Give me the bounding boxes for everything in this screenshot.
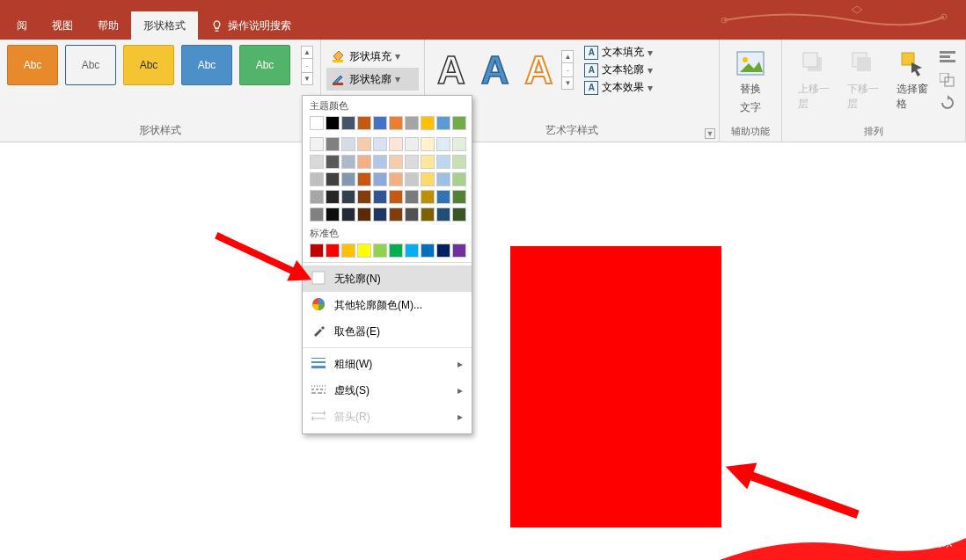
color-swatch[interactable] [310, 190, 324, 204]
dashes-item[interactable]: 虚线(S)▸ [303, 377, 472, 404]
color-swatch[interactable] [310, 244, 324, 258]
style-thumb[interactable]: Abc [65, 45, 116, 85]
color-swatch[interactable] [421, 116, 435, 130]
color-swatch[interactable] [389, 172, 403, 186]
color-swatch[interactable] [436, 155, 450, 169]
color-swatch[interactable] [326, 116, 340, 130]
more-colors-item[interactable]: 其他轮廓颜色(M)... [303, 292, 472, 318]
color-swatch[interactable] [326, 172, 340, 186]
gallery-spinner[interactable]: ▲-▼ [301, 46, 313, 85]
dialog-launcher-icon[interactable]: ▼ [705, 128, 715, 139]
color-swatch[interactable] [452, 244, 466, 258]
align-icon[interactable] [939, 48, 956, 66]
spin-up-icon[interactable]: ▲ [301, 46, 313, 59]
color-swatch[interactable] [341, 190, 355, 204]
color-swatch[interactable] [405, 116, 419, 130]
color-swatch[interactable] [436, 172, 450, 186]
color-swatch[interactable] [326, 207, 340, 222]
tab-shape-format[interactable]: 形状格式 [131, 11, 198, 40]
color-swatch[interactable] [452, 207, 466, 222]
selection-pane-button[interactable]: 选择窗格 [888, 45, 937, 115]
spin-mid-icon[interactable]: - [561, 63, 574, 76]
color-swatch[interactable] [341, 116, 355, 130]
color-swatch[interactable] [326, 137, 340, 151]
shape-styles-gallery[interactable]: Abc Abc Abc Abc Abc ▲-▼ [7, 45, 313, 85]
spin-down-icon[interactable]: ▼ [561, 76, 574, 90]
style-thumb[interactable]: Abc [123, 45, 174, 85]
color-swatch[interactable] [326, 190, 340, 204]
red-rectangle-shape[interactable] [510, 246, 721, 527]
color-swatch[interactable] [326, 244, 340, 258]
color-swatch[interactable] [373, 155, 387, 169]
color-swatch[interactable] [421, 172, 435, 186]
text-effects-button[interactable]: A文本效果▾ [581, 80, 656, 95]
style-thumb[interactable]: Abc [239, 45, 290, 85]
color-swatch[interactable] [389, 244, 403, 258]
color-swatch[interactable] [373, 116, 387, 130]
color-swatch[interactable] [436, 207, 450, 222]
color-swatch[interactable] [405, 172, 419, 186]
color-swatch[interactable] [373, 137, 387, 151]
color-swatch[interactable] [357, 172, 371, 186]
color-swatch[interactable] [357, 244, 371, 258]
color-swatch[interactable] [405, 244, 419, 258]
weight-item[interactable]: 粗细(W)▸ [303, 351, 472, 377]
color-swatch[interactable] [452, 172, 466, 186]
wordart-style[interactable]: A [525, 48, 553, 92]
color-swatch[interactable] [421, 155, 435, 169]
color-swatch[interactable] [341, 207, 355, 222]
color-swatch[interactable] [389, 116, 403, 130]
color-swatch[interactable] [421, 190, 435, 204]
color-swatch[interactable] [452, 155, 466, 169]
color-swatch[interactable] [389, 207, 403, 222]
send-backward-button[interactable]: 下移一层 [838, 45, 888, 115]
color-swatch[interactable] [405, 155, 419, 169]
color-swatch[interactable] [436, 244, 450, 258]
style-thumb[interactable]: Abc [181, 45, 232, 85]
no-outline-item[interactable]: 无轮廓(N) [303, 265, 472, 292]
gallery-spinner[interactable]: ▲-▼ [561, 50, 574, 90]
color-swatch[interactable] [436, 137, 450, 151]
color-swatch[interactable] [421, 137, 435, 151]
color-swatch[interactable] [310, 137, 324, 151]
color-swatch[interactable] [357, 207, 371, 222]
color-swatch[interactable] [389, 155, 403, 169]
color-swatch[interactable] [310, 207, 324, 222]
wordart-style[interactable]: A [481, 48, 509, 92]
rotate-icon[interactable] [939, 94, 956, 112]
spin-up-icon[interactable]: ▲ [561, 50, 574, 63]
color-swatch[interactable] [452, 190, 466, 204]
text-outline-button[interactable]: A文本轮廓▾ [581, 62, 656, 77]
color-swatch[interactable] [341, 155, 355, 169]
color-swatch[interactable] [310, 155, 324, 169]
color-swatch[interactable] [357, 190, 371, 204]
color-swatch[interactable] [373, 207, 387, 222]
alt-text-button[interactable]: 替换文字 [727, 45, 774, 119]
color-swatch[interactable] [389, 190, 403, 204]
color-swatch[interactable] [436, 116, 450, 130]
color-swatch[interactable] [326, 155, 340, 169]
color-swatch[interactable] [452, 116, 466, 130]
shape-fill-button[interactable]: 形状填充▾ [326, 45, 419, 68]
bring-forward-button[interactable]: 上移一层 [789, 45, 838, 115]
color-swatch[interactable] [310, 116, 324, 130]
color-swatch[interactable] [373, 244, 387, 258]
color-swatch[interactable] [405, 207, 419, 222]
eyedropper-item[interactable]: 取色器(E) [303, 318, 472, 345]
style-thumb[interactable]: Abc [7, 45, 58, 85]
color-swatch[interactable] [452, 137, 466, 151]
tab-review[interactable]: 阅 [4, 11, 40, 40]
color-swatch[interactable] [341, 172, 355, 186]
color-swatch[interactable] [389, 137, 403, 151]
color-swatch[interactable] [436, 190, 450, 204]
text-fill-button[interactable]: A文本填充▾ [581, 45, 656, 60]
color-swatch[interactable] [357, 137, 371, 151]
tab-tell-me[interactable]: 操作说明搜索 [198, 11, 304, 40]
tab-help[interactable]: 帮助 [85, 11, 131, 40]
tab-view[interactable]: 视图 [40, 11, 85, 40]
color-swatch[interactable] [341, 137, 355, 151]
color-swatch[interactable] [405, 190, 419, 204]
shape-outline-button[interactable]: 形状轮廓▾ [326, 68, 419, 91]
wordart-style[interactable]: A [437, 48, 465, 92]
color-swatch[interactable] [421, 244, 435, 258]
